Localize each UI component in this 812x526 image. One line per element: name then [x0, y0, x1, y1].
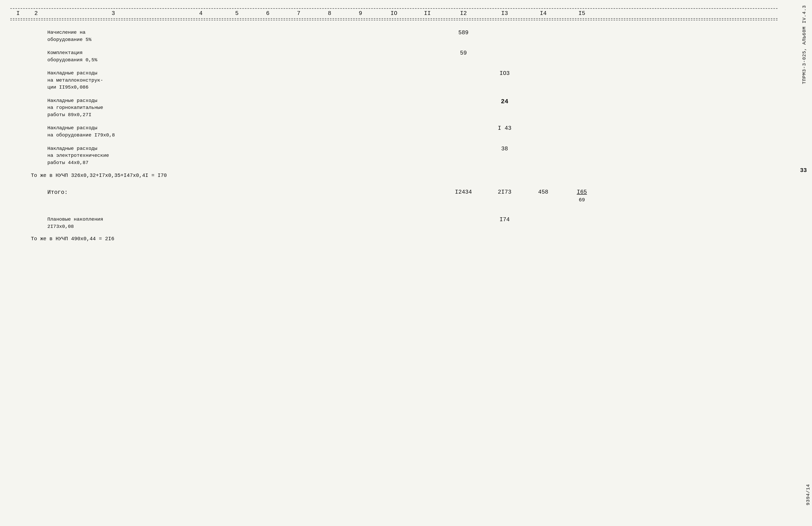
side-label-top-text: ТПРМ3-3-025, АЛЬ60М IV.4.3	[802, 5, 807, 84]
table-row: Начисление на оборудование 5% 589	[10, 21, 778, 45]
cell-description: Накладные расходы на оборудование I79х0,…	[46, 125, 180, 139]
header-col15: I5	[561, 10, 603, 17]
full-text-row-2: То же в НУЧП 490х0,44 = 2I6	[10, 232, 778, 245]
header-col9: 9	[345, 10, 376, 17]
cell-description: Плановые накопления 2I73х0,08	[46, 216, 180, 230]
table-row: Накладные расходы на горнокапитальные ра…	[10, 93, 778, 120]
cell-col13: IO3	[484, 70, 525, 78]
table-row: Накладные расходы на металлоконструк- ци…	[10, 65, 778, 93]
cell-description: Накладные расходы на металлоконструк- ци…	[46, 70, 180, 91]
cell-col12: 589	[443, 29, 484, 37]
itogo-row: Итого: I2434 2I73 458 I65 69	[10, 181, 778, 209]
table-row: Накладные расходы на оборудование I79х0,…	[10, 120, 778, 140]
header-row: I 2 3 4 5 6 7 8 9 IO II I2 I3 I4 I5	[10, 10, 778, 19]
toje-text-2: То же в НУЧП 490х0,44 = 2I6	[31, 236, 114, 242]
header-col11: II	[412, 10, 443, 17]
header-bottom-line	[10, 20, 778, 20]
header-col6: 6	[252, 10, 283, 17]
page-container: ТПРМ3-3-025, АЛЬ60М IV.4.3 33 9394/14 I …	[0, 0, 812, 526]
itogo-col15: I65 69	[561, 188, 603, 204]
header-col1: I	[10, 10, 26, 17]
side-label-right: ТПРМ3-3-025, АЛЬ60М IV.4.3	[797, 0, 812, 526]
cell-description: Накладные расходы на горнокапитальные ра…	[46, 97, 180, 119]
cell-description: Начисление на оборудование 5%	[46, 29, 180, 43]
header-col8: 8	[314, 10, 345, 17]
itogo-col14: 458	[525, 188, 561, 196]
table-row: Накладные расходы на электротехнические …	[10, 141, 778, 168]
table-row: Плановые накопления 2I73х0,08 I74	[10, 209, 778, 232]
cell-col13: 24	[484, 97, 525, 106]
toje-text-1: То же в НУЧП 326х0,32+I7х0,35+I47х0,4I =…	[31, 173, 167, 178]
side-number: 33	[800, 167, 807, 174]
itogo-col13: 2I73	[484, 188, 525, 196]
cell-col13: 38	[484, 145, 525, 153]
full-text-row: То же в НУЧП 326х0,32+I7х0,35+I47х0,4I =…	[10, 168, 778, 181]
header-col3: 3	[46, 10, 180, 17]
header-col5: 5	[221, 10, 252, 17]
side-label-bottom-text: 9394/14	[806, 484, 811, 506]
header-col12: I2	[443, 10, 484, 17]
cell-description: Комплектация оборудования 0,5%	[46, 49, 180, 63]
cell-col13: I74	[484, 216, 525, 224]
header-col13: I3	[484, 10, 525, 17]
main-content: I 2 3 4 5 6 7 8 9 IO II I2 I3 I4 I5 Начи…	[10, 10, 798, 245]
header-col10: IO	[376, 10, 412, 17]
header-col7: 7	[283, 10, 314, 17]
header-col2: 2	[26, 10, 46, 17]
header-col14: I4	[525, 10, 561, 17]
itogo-col15-top: I65	[577, 188, 587, 196]
itogo-col15-bottom: 69	[579, 196, 585, 204]
itogo-text: Итого:	[47, 189, 68, 196]
cell-col13: I 43	[484, 125, 525, 133]
cell-description: Накладные расходы на электротехнические …	[46, 145, 180, 166]
itogo-col15-multi: I65 69	[562, 188, 601, 204]
table-row: Комплектация оборудования 0,5% 59	[10, 45, 778, 65]
cell-col12: 59	[443, 49, 484, 57]
header-col4: 4	[180, 10, 221, 17]
itogo-label: Итого:	[46, 188, 180, 197]
itogo-col12: I2434	[443, 188, 484, 196]
